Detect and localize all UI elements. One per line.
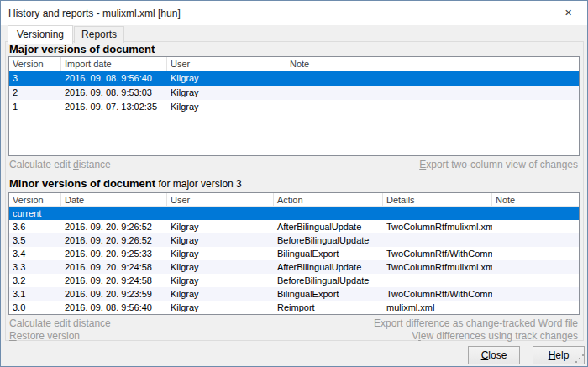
view-differences-link[interactable]: View differences using track changes <box>412 330 578 342</box>
help-button[interactable]: Help <box>533 346 585 364</box>
window-title: History and reports - mulixml.xml [hun] <box>1 8 181 19</box>
table-row[interactable]: 22016. 09. 08. 9:53:03Kilgray <box>9 86 579 100</box>
link-text: V <box>412 330 418 342</box>
cell: 3.4 <box>9 247 61 260</box>
tab-strip: Versioning Reports <box>8 25 125 43</box>
column-header[interactable]: Details <box>383 193 492 206</box>
tab-versioning[interactable]: Versioning <box>8 25 73 44</box>
cell: Kilgray <box>167 247 274 260</box>
cell: 3.0 <box>9 301 61 314</box>
table-header-row: VersionDateUserActionDetailsNote <box>9 193 579 207</box>
cell <box>383 233 492 247</box>
cell: 2016. 09. 20. 9:24:58 <box>61 274 167 287</box>
resize-grip-icon[interactable] <box>582 354 584 356</box>
cell: 2016. 09. 20. 9:23:59 <box>61 287 167 301</box>
close-button[interactable]: Close <box>468 346 520 364</box>
cell: BilingualExport <box>274 247 383 260</box>
window-close-button[interactable]: ✕ <box>549 1 587 25</box>
cell: 2016. 09. 08. 9:56:40 <box>61 71 167 86</box>
link-text: estore version <box>17 330 80 342</box>
link-text: Calculate edit <box>9 159 73 170</box>
link-text: xport two-column view of changes <box>426 159 578 170</box>
cell <box>492 301 579 314</box>
cell: 2016. 09. 07. 13:02:35 <box>61 100 167 114</box>
heading-text: Major versions of document <box>9 43 155 55</box>
column-header[interactable]: Note <box>492 193 579 206</box>
tab-reports[interactable]: Reports <box>74 26 124 43</box>
cell <box>167 207 274 220</box>
cell: AfterBilingualUpdate <box>274 220 383 233</box>
cell: Kilgray <box>167 220 274 233</box>
link-text: xport difference as change-tracked Word … <box>381 317 578 329</box>
minor-versions-heading: Minor versions of document for major ver… <box>9 177 242 190</box>
cell <box>492 287 579 301</box>
cell <box>61 207 167 220</box>
history-and-reports-dialog: History and reports - mulixml.xml [hun] … <box>0 0 588 367</box>
cell <box>274 207 383 220</box>
link-text: istance <box>79 317 111 329</box>
major-versions-table[interactable]: VersionImport dateUserNote32016. 09. 08.… <box>8 56 580 156</box>
column-header[interactable]: Note <box>286 57 579 71</box>
minor-versions-table[interactable]: VersionDateUserActionDetailsNotecurrent3… <box>8 192 580 315</box>
cell: TwoColumnRtfmulixml.xml_hun.rtf <box>383 220 492 233</box>
table-row[interactable]: 3.02016. 09. 08. 9:56:40KilgrayReimportm… <box>9 301 579 314</box>
calculate-edit-distance-link-minor[interactable]: Calculate edit distance <box>9 317 111 329</box>
column-header[interactable]: Version <box>9 57 61 71</box>
cell: 3.3 <box>9 260 61 274</box>
link-text: ew differences using track changes <box>421 330 578 342</box>
cell: 2016. 09. 20. 9:25:33 <box>61 247 167 260</box>
cell: 3.2 <box>9 274 61 287</box>
cell <box>492 247 579 260</box>
cell: 3.6 <box>9 220 61 233</box>
cell: Kilgray <box>167 100 286 114</box>
table-row[interactable]: current <box>9 207 579 220</box>
cell <box>383 274 492 287</box>
column-header[interactable]: Import date <box>61 57 167 71</box>
export-two-column-view-link[interactable]: Export two-column view of changes <box>419 159 578 170</box>
cell: 3.5 <box>9 233 61 247</box>
titlebar[interactable]: History and reports - mulixml.xml [hun] … <box>1 1 587 25</box>
cell: 3 <box>9 71 61 86</box>
cell: 2 <box>9 86 61 100</box>
heading-text: Minor versions of document <box>9 177 155 190</box>
table-row[interactable]: 3.12016. 09. 20. 9:23:59KilgrayBilingual… <box>9 287 579 301</box>
column-header[interactable]: Date <box>61 193 167 206</box>
table-row[interactable]: 3.32016. 09. 20. 9:24:58KilgrayAfterBili… <box>9 260 579 274</box>
table-row[interactable]: 3.22016. 09. 20. 9:24:58KilgrayBeforeBil… <box>9 274 579 287</box>
export-difference-link[interactable]: Export difference as change-tracked Word… <box>374 317 578 329</box>
cell <box>383 207 492 220</box>
cell: AfterBilingualUpdate <box>274 260 383 274</box>
cell: BilingualExport <box>274 287 383 301</box>
major-versions-heading: Major versions of document <box>9 43 155 55</box>
cell: Kilgray <box>167 287 274 301</box>
table-row[interactable]: 32016. 09. 08. 9:56:40Kilgray <box>9 71 579 86</box>
cell: TwoColumnRtf/WithComment/Wit... <box>383 287 492 301</box>
cell: BeforeBilingualUpdate <box>274 233 383 247</box>
close-icon: ✕ <box>564 8 572 18</box>
column-header[interactable]: User <box>167 57 286 71</box>
calculate-edit-distance-link-major[interactable]: Calculate edit distance <box>9 159 111 170</box>
cell: Kilgray <box>167 86 286 100</box>
table-row[interactable]: 3.62016. 09. 20. 9:26:52KilgrayAfterBili… <box>9 220 579 233</box>
cell <box>492 233 579 247</box>
table-row[interactable]: 12016. 09. 07. 13:02:35Kilgray <box>9 100 579 114</box>
link-mnemonic: d <box>73 159 79 170</box>
restore-version-link[interactable]: Restore version <box>9 330 80 342</box>
cell: TwoColumnRtf/WithComment/Wit... <box>383 247 492 260</box>
cell <box>492 207 579 220</box>
cell: Kilgray <box>167 71 286 86</box>
column-header[interactable]: Version <box>9 193 61 206</box>
cell: 3.1 <box>9 287 61 301</box>
cell <box>286 71 579 86</box>
column-header[interactable]: Action <box>274 193 383 206</box>
cell: Kilgray <box>167 233 274 247</box>
link-mnemonic: E <box>374 317 381 329</box>
cell: 2016. 09. 20. 9:26:52 <box>61 220 167 233</box>
table-row[interactable]: 3.52016. 09. 20. 9:26:52KilgrayBeforeBil… <box>9 233 579 247</box>
table-header-row: VersionImport dateUserNote <box>9 57 579 71</box>
link-mnemonic: R <box>9 330 17 342</box>
column-header[interactable]: User <box>167 193 274 206</box>
cell: 2016. 09. 08. 9:56:40 <box>61 301 167 314</box>
cell: BeforeBilingualUpdate <box>274 274 383 287</box>
table-row[interactable]: 3.42016. 09. 20. 9:25:33KilgrayBilingual… <box>9 247 579 260</box>
